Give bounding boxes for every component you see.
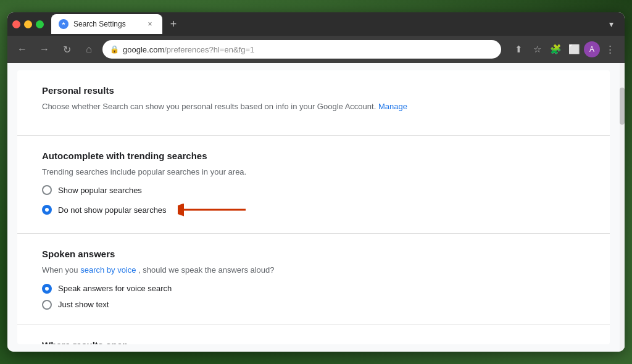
scrollbar-thumb[interactable] bbox=[620, 88, 625, 125]
page-content: Personal results Choose whether Search c… bbox=[7, 63, 625, 352]
scrollbar[interactable] bbox=[620, 63, 625, 352]
pointing-arrow bbox=[178, 201, 252, 218]
menu-button[interactable]: ⋮ bbox=[601, 41, 618, 58]
just-show-text-radio[interactable] bbox=[42, 300, 52, 310]
speak-answers-label: Speak answers for voice search bbox=[58, 284, 172, 293]
url-bar[interactable]: 🔒 google.com/preferences?hl=en&fg=1 bbox=[102, 40, 501, 59]
autocomplete-radio-group: Show popular searches Do not show popula… bbox=[42, 185, 585, 218]
toolbar-right: ⬆ ☆ 🧩 ⬜ A ⋮ bbox=[510, 41, 618, 58]
just-show-text-option[interactable]: Just show text bbox=[42, 300, 585, 310]
url-path: /preferences?hl=en&fg=1 bbox=[164, 45, 254, 54]
title-bar: Search Settings × + ▾ bbox=[7, 12, 625, 36]
show-popular-option[interactable]: Show popular searches bbox=[42, 185, 585, 195]
do-not-show-label: Do not show popular searches bbox=[58, 205, 167, 215]
spoken-answers-desc-after: , should we speak the answers aloud? bbox=[138, 265, 274, 275]
where-results-section: Where results open bbox=[17, 325, 610, 345]
minimize-button[interactable] bbox=[24, 20, 32, 28]
tab-close-button[interactable]: × bbox=[145, 19, 155, 29]
maximize-button[interactable] bbox=[36, 20, 44, 28]
show-popular-label: Show popular searches bbox=[58, 186, 142, 195]
speak-answers-option[interactable]: Speak answers for voice search bbox=[42, 284, 585, 294]
tab-title: Search Settings bbox=[73, 20, 126, 28]
spoken-answers-desc: When you search by voice , should we spe… bbox=[42, 264, 585, 276]
do-not-show-radio[interactable] bbox=[42, 205, 52, 215]
spoken-answers-section: Spoken answers When you search by voice … bbox=[17, 234, 610, 325]
arrow-annotation bbox=[178, 201, 252, 218]
new-tab-button[interactable]: + bbox=[165, 15, 182, 33]
avatar[interactable]: A bbox=[584, 41, 600, 57]
refresh-button[interactable]: ↻ bbox=[58, 41, 75, 58]
lock-icon: 🔒 bbox=[110, 45, 119, 54]
back-button[interactable]: ← bbox=[14, 41, 31, 58]
window-controls bbox=[12, 20, 44, 28]
tab-favicon bbox=[59, 19, 69, 29]
tab-menu-button[interactable]: ▾ bbox=[602, 15, 620, 33]
active-tab[interactable]: Search Settings × bbox=[51, 14, 162, 34]
spoken-answers-radio-group: Speak answers for voice search Just show… bbox=[42, 284, 585, 310]
autocomplete-title: Autocomplete with trending searches bbox=[42, 151, 585, 161]
address-bar: ← → ↻ ⌂ 🔒 google.com/preferences?hl=en&f… bbox=[7, 36, 625, 63]
tab-view-button[interactable]: ⬜ bbox=[565, 41, 583, 58]
show-popular-radio[interactable] bbox=[42, 185, 52, 195]
just-show-text-label: Just show text bbox=[58, 300, 109, 309]
autocomplete-section: Autocomplete with trending searches Tren… bbox=[17, 136, 610, 234]
personal-results-desc: Choose whether Search can show you perso… bbox=[42, 101, 585, 113]
browser-window: Search Settings × + ▾ ← → ↻ ⌂ 🔒 google.c… bbox=[7, 12, 625, 352]
bookmark-button[interactable]: ☆ bbox=[528, 41, 546, 58]
spoken-answers-title: Spoken answers bbox=[42, 249, 585, 259]
url-text: google.com/preferences?hl=en&fg=1 bbox=[123, 45, 254, 54]
tab-bar: Search Settings × + ▾ bbox=[51, 14, 620, 34]
personal-results-title: Personal results bbox=[42, 85, 585, 96]
share-button[interactable]: ⬆ bbox=[510, 41, 527, 58]
personal-results-section: Personal results Choose whether Search c… bbox=[17, 70, 610, 136]
url-domain: google.com bbox=[123, 45, 164, 54]
autocomplete-desc: Trending searches include popular search… bbox=[42, 166, 585, 178]
content-area: Personal results Choose whether Search c… bbox=[17, 70, 610, 344]
manage-link[interactable]: Manage bbox=[378, 102, 407, 111]
where-results-title: Where results open bbox=[42, 340, 585, 345]
forward-button[interactable]: → bbox=[36, 41, 53, 58]
do-not-show-option[interactable]: Do not show popular searches bbox=[42, 201, 585, 218]
extensions-button[interactable]: 🧩 bbox=[547, 41, 564, 58]
speak-answers-radio[interactable] bbox=[42, 284, 52, 294]
personal-results-desc-text: Choose whether Search can show you perso… bbox=[42, 102, 376, 111]
home-button[interactable]: ⌂ bbox=[80, 41, 98, 58]
voice-link[interactable]: search by voice bbox=[80, 265, 136, 275]
spoken-answers-desc-before: When you bbox=[42, 265, 78, 275]
close-button[interactable] bbox=[12, 20, 20, 28]
